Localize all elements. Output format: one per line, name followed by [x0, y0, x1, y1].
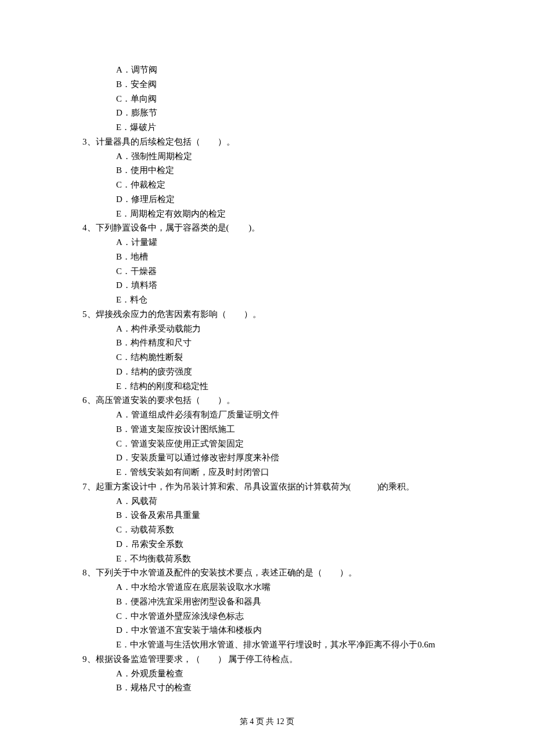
q3-option-a: A．强制性周期检定	[82, 149, 459, 164]
q5-option-e: E．结构的刚度和稳定性	[82, 379, 459, 394]
q4-option-b: B．地槽	[82, 250, 459, 264]
q5-option-a: A．构件承受动载能力	[82, 322, 459, 336]
q7-option-a: A．风载荷	[82, 494, 459, 509]
page-content: A．调节阀 B．安全阀 C．单向阀 D．膨胀节 E．爆破片 3、计量器具的后续检…	[0, 0, 534, 695]
q9-option-a: A．外观质量检查	[82, 667, 459, 681]
q4-stem: 4、下列静置设备中，属于容器类的是( )。	[82, 221, 459, 235]
q4-option-d: D．填料塔	[82, 278, 459, 293]
q8-option-d: D．中水管道不宜安装于墙体和楼板内	[82, 623, 459, 638]
q6-option-a: A．管道组成件必须有制造厂质量证明文件	[82, 408, 459, 422]
q7-option-d: D．吊索安全系数	[82, 537, 459, 552]
q5-option-d: D．结构的疲劳强度	[82, 365, 459, 379]
q3-option-b: B．使用中检定	[82, 163, 459, 178]
q8-option-b: B．便器冲洗宜采用密闭型设备和器具	[82, 595, 459, 609]
q9-option-b: B．规格尺寸的检查	[82, 681, 459, 695]
q5-option-c: C．结构脆性断裂	[82, 350, 459, 365]
q6-option-b: B．管道支架应按设计图纸施工	[82, 422, 459, 437]
q7-option-e: E．不均衡载荷系数	[82, 552, 459, 566]
q5-option-b: B．构件精度和尺寸	[82, 336, 459, 350]
q2-option-c: C．单向阀	[82, 92, 459, 106]
q2-option-e: E．爆破片	[82, 120, 459, 135]
q3-stem: 3、计量器具的后续检定包括（ ）。	[82, 135, 459, 149]
q6-option-e: E．管线安装如有间断，应及时封闭管口	[82, 465, 459, 480]
q8-option-e: E．中水管道与生活饮用水管道、排水管道平行埋设时，其水平净距离不得小于0.6m	[82, 638, 459, 652]
q8-stem: 8、下列关于中水管道及配件的安装技术要点，表述正确的是（ ）。	[82, 566, 459, 580]
q4-option-a: A．计量罐	[82, 235, 459, 250]
q4-option-e: E．料仓	[82, 293, 459, 307]
q5-stem: 5、焊接残余应力的危害因素有影响（ ）。	[82, 307, 459, 322]
q3-option-e: E．周期检定有效期内的检定	[82, 207, 459, 221]
q7-option-c: C．动载荷系数	[82, 523, 459, 537]
q2-option-a: A．调节阀	[82, 63, 459, 77]
q7-stem: 7、起重方案设计中，作为吊装计算和索、吊具设置依据的计算载荷为( )的乘积。	[82, 480, 459, 494]
q6-option-d: D．安装质量可以通过修改密封厚度来补偿	[82, 451, 459, 465]
q2-option-b: B．安全阀	[82, 77, 459, 92]
q8-option-a: A．中水给水管道应在底层装设取水水嘴	[82, 580, 459, 595]
q3-option-c: C．仲裁检定	[82, 178, 459, 192]
q3-option-d: D．修理后检定	[82, 192, 459, 207]
q4-option-c: C．干燥器	[82, 264, 459, 279]
q8-option-c: C．中水管道外壁应涂浅绿色标志	[82, 609, 459, 624]
q7-option-b: B．设备及索吊具重量	[82, 508, 459, 523]
q2-option-d: D．膨胀节	[82, 106, 459, 120]
q6-option-c: C．管道安装应使用正式管架固定	[82, 437, 459, 451]
q6-stem: 6、高压管道安装的要求包括（ ）。	[82, 393, 459, 408]
q9-stem: 9、根据设备监造管理要求，（ ） 属于停工待检点。	[82, 652, 459, 667]
page-footer: 第 4 页 共 12 页	[0, 715, 534, 728]
